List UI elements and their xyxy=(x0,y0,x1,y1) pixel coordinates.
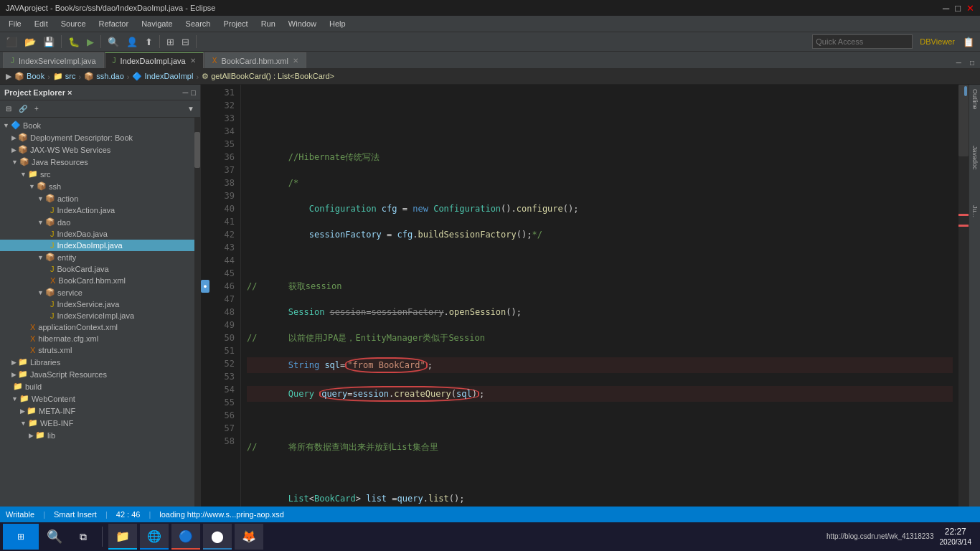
tab-minimize-btn[interactable]: ─ xyxy=(953,57,964,68)
code-line-38: // 获取session xyxy=(247,281,341,291)
code-line-46: List<BookCard> list =query.list(); xyxy=(247,494,465,504)
tab-indexserviceimpl[interactable]: J IndexServiceImpl.java xyxy=(3,52,104,68)
declaration-view-btn[interactable]: Ju... xyxy=(971,202,979,220)
tree-label-appcontext: applicationContext.xml xyxy=(38,323,118,331)
tree-item-hibernate-cfg[interactable]: X hibernate.cfg.xml xyxy=(0,333,194,344)
quick-access-input[interactable] xyxy=(812,34,913,49)
toolbar-save-btn[interactable]: 💾 xyxy=(40,35,57,49)
javadoc-view-btn[interactable]: Javadoc xyxy=(971,143,979,173)
outline-view-btn[interactable]: Outline xyxy=(971,86,979,113)
toolbar-separator-4 xyxy=(196,35,197,48)
tree-item-indexserviceimpl[interactable]: J IndexServiceImpl.java xyxy=(0,310,194,321)
maximize-button[interactable]: □ xyxy=(955,3,961,14)
toolbar-open-btn[interactable]: 📂 xyxy=(22,35,39,49)
editor-overview-ruler[interactable] xyxy=(958,85,969,544)
toolbar-profile-btn[interactable]: 👤 xyxy=(123,35,141,49)
tab-indexdaoimpl[interactable]: J IndexDaoImpl.java ✕ xyxy=(105,52,204,68)
pe-title: Project Explorer × xyxy=(4,88,72,97)
tree-item-indexaction[interactable]: J IndexAction.java xyxy=(0,204,194,216)
tree-item-deployment[interactable]: ▶ 📦 Deployment Descriptor: Book xyxy=(0,131,194,143)
bc-sshdao[interactable]: 📦 ssh.dao xyxy=(84,72,124,81)
close-button[interactable]: ✕ xyxy=(966,3,974,14)
tree-label-action: action xyxy=(57,194,78,203)
menu-window[interactable]: Window xyxy=(283,18,322,29)
bc-method[interactable]: ⚙ getAllBookCard() : List<BookCard> xyxy=(202,72,334,81)
menu-navigate[interactable]: Navigate xyxy=(136,18,178,29)
tab-close-icon[interactable]: ✕ xyxy=(293,57,298,65)
tab-close-icon[interactable]: ✕ xyxy=(190,57,196,65)
tree-item-bookcard-java[interactable]: J BookCard.java xyxy=(0,263,194,275)
tree-item-ssh[interactable]: ▼ 📦 ssh xyxy=(0,180,194,192)
tree-item-metainf[interactable]: ▶ 📁 META-INF xyxy=(0,405,194,417)
tree-item-indexdao[interactable]: J IndexDao.java xyxy=(0,228,194,240)
pe-content: ▼ 🔷 Book ▶ 📦 Deployment Descriptor: Book xyxy=(0,118,194,544)
menu-project[interactable]: Project xyxy=(217,18,253,29)
titlebar-controls[interactable]: ─ □ ✕ xyxy=(943,3,974,14)
tree-item-webcontent[interactable]: ▼ 📁 WebContent xyxy=(0,392,194,405)
pe-scrollbar-thumb[interactable] xyxy=(194,132,200,168)
toolbar-debug-btn[interactable]: 🐛 xyxy=(65,35,83,49)
far-right-panel: Outline Javadoc Ju... xyxy=(969,85,980,551)
tree-item-bookcard-xml[interactable]: X BookCard.hbm.xml xyxy=(0,275,194,286)
taskbar-task-view-btn[interactable]: ⧉ xyxy=(70,524,96,550)
tree-item-service[interactable]: ▼ 📦 service xyxy=(0,286,194,298)
bc-book[interactable]: 📦 Book xyxy=(14,72,44,81)
tab-bookcard-hbm[interactable]: X BookCard.hbm.xml ✕ xyxy=(204,52,306,68)
tab-label: BookCard.hbm.xml xyxy=(221,57,288,65)
tree-item-entity[interactable]: ▼ 📦 entity xyxy=(0,251,194,263)
pe-link-editor-btn[interactable]: 🔗 xyxy=(16,103,30,114)
tree-item-webinf[interactable]: ▼ 📁 WEB-INF xyxy=(0,417,194,429)
tree-label-indexserviceimpl: IndexServiceImpl.java xyxy=(57,311,135,320)
pe-scrollbar[interactable] xyxy=(194,118,200,544)
pe-filter-btn[interactable]: ▼ xyxy=(184,103,197,114)
menu-help[interactable]: Help xyxy=(324,18,352,29)
menu-file[interactable]: File xyxy=(3,18,27,29)
toolbar-run-btn[interactable]: ▶ xyxy=(84,35,97,49)
pe-minimize-icon[interactable]: ─ xyxy=(183,88,189,97)
tree-item-src[interactable]: ▼ 📁 src xyxy=(0,168,194,180)
pe-new-btn[interactable]: + xyxy=(32,103,42,114)
tree-item-struts-xml[interactable]: X struts.xml xyxy=(0,344,194,356)
taskbar-sep xyxy=(102,527,103,547)
tree-item-dao[interactable]: ▼ 📦 dao xyxy=(0,216,194,228)
tree-item-build[interactable]: 📁 build xyxy=(0,380,194,392)
tab-maximize-btn[interactable]: □ xyxy=(967,57,977,68)
taskbar-app5-btn[interactable]: 🦊 xyxy=(235,524,263,550)
bc-indexdaoimpl[interactable]: 🔷 IndexDaoImpl xyxy=(132,72,193,81)
toolbar-new-btn[interactable]: ⬛ xyxy=(3,35,20,49)
tree-item-libraries[interactable]: ▶ 📁 Libraries xyxy=(0,356,194,368)
taskbar-chrome-btn[interactable]: 🔵 xyxy=(171,524,200,550)
tree-item-java-resources[interactable]: ▼ 📦 Java Resources xyxy=(0,156,194,168)
taskbar-start-btn[interactable]: ⊞ xyxy=(3,524,39,550)
tree-item-js-resources[interactable]: ▶ 📁 JavaScript Resources xyxy=(0,368,194,380)
code-content[interactable]: //Hibernate传统写法 /* Configuration cfg = n… xyxy=(241,85,958,544)
toolbar-views-btn[interactable]: ⊟ xyxy=(179,35,192,49)
toolbar-git-btn[interactable]: ⬆ xyxy=(142,35,156,49)
tree-item-lib[interactable]: ▶ 📁 lib xyxy=(0,429,194,441)
toolbar-perspective-switch[interactable]: 📋 xyxy=(960,35,977,49)
toolbar-perspective-btn[interactable]: ⊞ xyxy=(164,35,177,49)
tree-item-action[interactable]: ▼ 📦 action xyxy=(0,192,194,204)
menu-source[interactable]: Source xyxy=(55,18,92,29)
tree-item-indexdaoimpl[interactable]: J IndexDaoImpl.java xyxy=(0,240,194,251)
clock-time: 22:27 xyxy=(940,526,972,538)
menu-search[interactable]: Search xyxy=(180,18,217,29)
tree-item-jaxws[interactable]: ▶ 📦 JAX-WS Web Services xyxy=(0,143,194,156)
pe-header-actions[interactable]: ─ □ xyxy=(183,88,196,97)
taskbar-eclipse-btn[interactable]: ⬤ xyxy=(203,524,232,550)
tree-item-book[interactable]: ▼ 🔷 Book xyxy=(0,119,194,131)
menu-run[interactable]: Run xyxy=(255,18,281,29)
taskbar-explorer-btn[interactable]: 📁 xyxy=(108,524,137,550)
tree-item-appcontext[interactable]: X applicationContext.xml xyxy=(0,321,194,333)
toolbar-db-viewer-btn[interactable]: DBViewer xyxy=(917,36,958,47)
minimize-button[interactable]: ─ xyxy=(943,3,949,14)
menu-refactor[interactable]: Refactor xyxy=(93,18,135,29)
toolbar-search-btn[interactable]: 🔍 xyxy=(105,35,122,49)
taskbar-edge-btn[interactable]: 🌐 xyxy=(140,524,169,550)
menu-edit[interactable]: Edit xyxy=(29,18,54,29)
bc-src[interactable]: 📁 src xyxy=(53,72,76,81)
taskbar-search-btn[interactable]: 🔍 xyxy=(42,524,67,550)
pe-collapse-btn[interactable]: ⊟ xyxy=(3,103,14,114)
tree-item-indexservice[interactable]: J IndexService.java xyxy=(0,298,194,310)
pe-maximize-icon[interactable]: □ xyxy=(191,88,196,97)
